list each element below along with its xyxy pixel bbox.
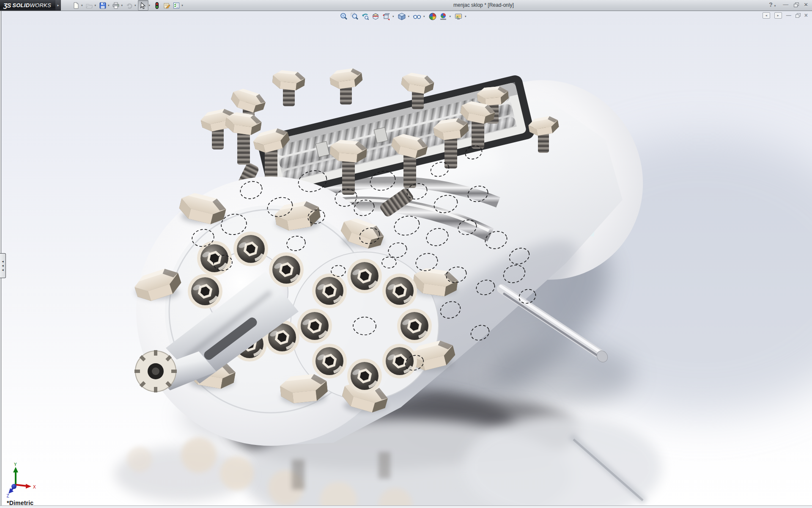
file-properties-button[interactable] bbox=[162, 0, 171, 10]
apply-scene-caret[interactable]: ▾ bbox=[450, 15, 451, 18]
close-button[interactable]: × bbox=[804, 1, 808, 8]
display-style-caret[interactable]: ▾ bbox=[408, 15, 410, 18]
undo-button[interactable] bbox=[124, 0, 134, 10]
zoom-to-area-button[interactable] bbox=[350, 12, 359, 21]
headsup-view-toolbar: ▾ ▾ ▾ ▾ ▾ bbox=[339, 12, 468, 21]
open-dropdown-caret[interactable]: ▾ bbox=[95, 4, 96, 7]
hide-show-items-button[interactable] bbox=[412, 12, 422, 21]
view-orientation-button[interactable] bbox=[381, 12, 391, 21]
new-dropdown-caret[interactable]: ▾ bbox=[81, 4, 83, 7]
doc-minimize-button[interactable]: — bbox=[786, 12, 791, 18]
zoom-to-fit-button[interactable] bbox=[339, 12, 348, 21]
status-bar-strip bbox=[0, 505, 812, 508]
triad-z-label: Z bbox=[6, 493, 9, 499]
select-button[interactable] bbox=[138, 0, 148, 11]
view-orientation-caret[interactable]: ▾ bbox=[392, 15, 394, 18]
standard-toolbar: ▾ ▾ ▾ ▾ ▾ ▾ ▾ bbox=[71, 0, 185, 11]
help-dropdown-caret[interactable]: ▾ bbox=[774, 4, 776, 8]
restore-button[interactable] bbox=[794, 3, 798, 7]
apply-scene-button[interactable] bbox=[439, 12, 448, 21]
edit-appearance-button[interactable] bbox=[428, 12, 437, 21]
flyout-arrow-icon: ◄ bbox=[1, 264, 4, 267]
options-dropdown-caret[interactable]: ▾ bbox=[181, 4, 183, 7]
select-dropdown-caret[interactable]: ▾ bbox=[149, 4, 151, 7]
save-dropdown-caret[interactable]: ▾ bbox=[108, 4, 110, 7]
display-style-button[interactable] bbox=[397, 12, 406, 21]
view-settings-caret[interactable]: ▾ bbox=[465, 15, 466, 18]
previous-document-button[interactable]: ◄ bbox=[763, 12, 770, 19]
doc-restore-button[interactable] bbox=[796, 13, 800, 17]
undo-dropdown-caret[interactable]: ▾ bbox=[134, 4, 136, 7]
doc-close-button[interactable]: × bbox=[804, 12, 808, 19]
previous-view-button[interactable] bbox=[360, 12, 370, 21]
rebuild-button[interactable] bbox=[152, 0, 162, 10]
triad-y-label: Y bbox=[14, 462, 17, 467]
new-document-button[interactable] bbox=[71, 0, 81, 10]
help-button[interactable]: ? bbox=[769, 1, 773, 8]
title-bar: ƷS SOLIDWORKS ▸ ▾ ▾ ▾ ▾ ▾ ▾ ▾ menja bbox=[0, 0, 812, 11]
document-title: menjac sklop * [Read-only] bbox=[453, 2, 514, 8]
view-settings-button[interactable] bbox=[454, 12, 463, 21]
minimize-button[interactable]: — bbox=[783, 1, 788, 8]
view-orientation-label: *Dimetric bbox=[7, 500, 33, 506]
window-controls: ? ▾ — × bbox=[769, 1, 808, 8]
solidworks-window: { "titlebar": { "brand": {"prefix": "ƷS"… bbox=[0, 0, 812, 508]
solidworks-logo-mark: ƷS bbox=[3, 2, 11, 9]
open-button[interactable] bbox=[85, 0, 94, 10]
hide-show-items-caret[interactable]: ▾ bbox=[423, 15, 425, 18]
next-document-button[interactable]: ► bbox=[774, 12, 782, 19]
flyout-arrow-icon: ◄ bbox=[1, 268, 4, 271]
save-button[interactable] bbox=[98, 0, 107, 10]
document-window-controls: ◄ ► — × bbox=[763, 12, 808, 19]
section-view-button[interactable] bbox=[371, 12, 380, 21]
triad-x-label: X bbox=[33, 484, 36, 490]
menu-expand-arrow[interactable]: ▸ bbox=[55, 0, 61, 11]
print-dropdown-caret[interactable]: ▾ bbox=[121, 4, 123, 7]
solidworks-logo: ƷS SOLIDWORKS bbox=[0, 0, 55, 11]
options-button[interactable] bbox=[171, 0, 181, 10]
graphics-viewport[interactable]: Y X Z bbox=[0, 0, 812, 508]
print-button[interactable] bbox=[111, 0, 121, 10]
flyout-arrow-icon: ◄ bbox=[1, 260, 4, 263]
featuremanager-flyout-tab[interactable]: ◄ ◄ ◄ bbox=[0, 253, 6, 278]
